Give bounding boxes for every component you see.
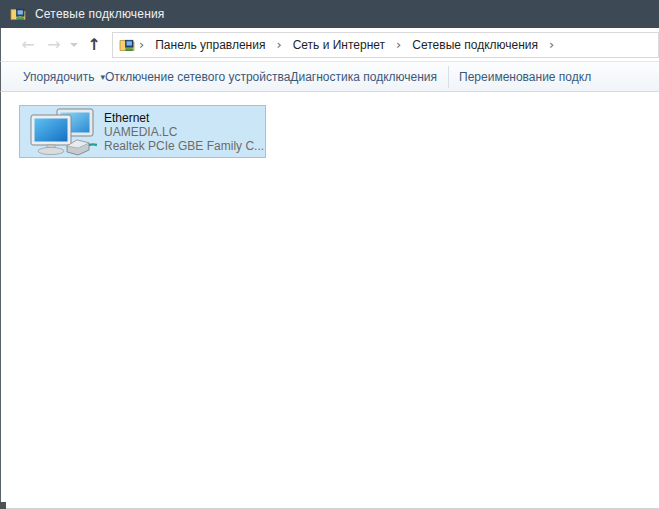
window-corner-notch [0,502,6,509]
chevron-right-icon[interactable]: › [545,37,558,52]
connection-network: UAMEDIA.LC [104,125,264,139]
chevron-right-icon: › [135,37,148,52]
titlebar[interactable]: Сетевые подключения [0,0,659,28]
organize-label: Упорядочить [23,70,94,84]
network-connections-folder-icon [10,6,26,22]
connection-text: Ethernet UAMEDIA.LC Realtek PCIe GBE Fam… [104,106,264,157]
ethernet-adapter-icon [20,106,104,157]
rename-connection-button[interactable]: Переименование подкл [459,70,591,84]
forward-button[interactable]: → [41,33,67,57]
breadcrumb-network-internet[interactable]: Сеть и Интернет [286,34,392,56]
organize-button[interactable]: Упорядочить ▾ [23,70,105,84]
connection-item-ethernet[interactable]: Ethernet UAMEDIA.LC Realtek PCIe GBE Fam… [19,105,266,158]
connection-device: Realtek PCIe GBE Family C... [104,139,264,153]
navigation-bar: ← → ↑ › Панель управления › Сеть и Интер… [0,28,659,61]
back-button[interactable]: ← [15,33,41,57]
diagnose-connection-button[interactable]: Диагностика подключения [290,70,437,84]
network-connections-window: Сетевые подключения ← → ↑ › Панель управ… [0,0,659,509]
command-toolbar: Упорядочить ▾ Отключение сетевого устрой… [0,61,659,92]
disable-device-button[interactable]: Отключение сетевого устройства [105,70,290,84]
window-title: Сетевые подключения [35,7,165,21]
breadcrumb-control-panel[interactable]: Панель управления [148,34,272,56]
file-list-area[interactable]: Ethernet UAMEDIA.LC Realtek PCIe GBE Fam… [0,92,659,509]
connection-name: Ethernet [104,111,264,125]
chevron-right-icon[interactable]: › [272,37,285,52]
toolbar-separator [448,66,449,88]
chevron-right-icon[interactable]: › [392,37,405,52]
address-location-icon [119,37,135,53]
recent-locations-chevron-icon[interactable] [67,33,81,57]
address-bar[interactable]: › Панель управления › Сеть и Интернет › … [112,32,659,58]
breadcrumb-network-connections[interactable]: Сетевые подключения [405,34,545,56]
up-button[interactable]: ↑ [81,33,107,57]
